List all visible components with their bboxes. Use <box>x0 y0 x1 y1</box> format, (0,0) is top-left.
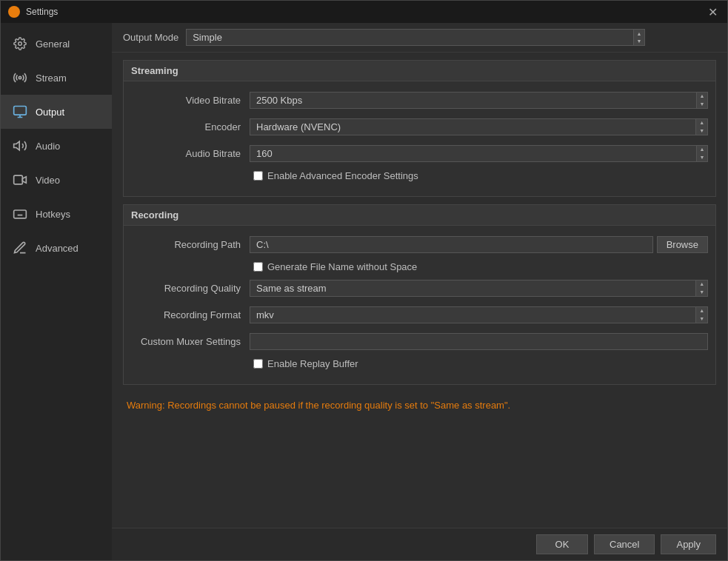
recording-quality-wrapper: Same as stream High Quality, Medium File… <box>250 280 708 297</box>
bottom-bar: OK Cancel Apply <box>112 528 727 560</box>
custom-muxer-row: Custom Muxer Settings <box>131 332 708 351</box>
app-icon <box>8 6 20 18</box>
audio-icon <box>12 138 28 154</box>
video-bitrate-label: Video Bitrate <box>131 95 250 106</box>
encoder-select-wrapper: Hardware (NVENC) Software (x264) ▲ ▼ <box>250 118 708 135</box>
svg-marker-3 <box>14 141 20 150</box>
custom-muxer-control <box>250 333 708 350</box>
audio-bitrate-up[interactable]: ▲ <box>697 146 707 154</box>
video-bitrate-control: ▲ ▼ <box>250 92 708 109</box>
audio-bitrate-down[interactable]: ▼ <box>697 153 707 161</box>
output-mode-down-arrow[interactable]: ▼ <box>634 38 645 46</box>
output-mode-arrows: ▲ ▼ <box>634 29 646 46</box>
video-bitrate-arrows: ▲ ▼ <box>696 92 708 109</box>
video-bitrate-spinbox: ▲ ▼ <box>250 92 708 109</box>
audio-bitrate-spinbox: ▲ ▼ <box>250 145 708 162</box>
sidebar-item-advanced[interactable]: Advanced <box>1 231 112 265</box>
video-icon <box>12 172 28 188</box>
titlebar: Settings ✕ <box>1 1 727 23</box>
svg-rect-6 <box>14 210 27 218</box>
recording-path-row: Recording Path Browse <box>131 235 708 254</box>
video-bitrate-up[interactable]: ▲ <box>697 93 707 101</box>
video-bitrate-down[interactable]: ▼ <box>697 100 707 108</box>
enable-replay-checkbox[interactable] <box>253 359 263 369</box>
generate-filename-row: Generate File Name without Space <box>131 261 708 272</box>
enable-replay-label[interactable]: Enable Replay Buffer <box>267 358 358 369</box>
streaming-body: Video Bitrate ▲ ▼ <box>124 81 715 196</box>
streaming-section: Streaming Video Bitrate ▲ ▼ <box>123 60 716 197</box>
audio-bitrate-label: Audio Bitrate <box>131 148 250 159</box>
sidebar-label-stream: Stream <box>36 73 67 84</box>
recording-format-wrapper: mkv mp4 flv mov ▲ ▼ <box>250 306 708 323</box>
sidebar-label-advanced: Advanced <box>36 243 79 254</box>
recording-format-select[interactable]: mkv mp4 flv mov <box>250 306 696 323</box>
sidebar-item-video[interactable]: Video <box>1 163 112 197</box>
encoder-down[interactable]: ▼ <box>696 127 707 135</box>
sidebar-item-general[interactable]: General <box>1 27 112 61</box>
encoder-control: Hardware (NVENC) Software (x264) ▲ ▼ <box>250 118 708 135</box>
settings-window: Settings ✕ General <box>0 0 728 561</box>
audio-bitrate-control: ▲ ▼ <box>250 145 708 162</box>
recording-format-row: Recording Format mkv mp4 flv mov <box>131 305 708 324</box>
enable-advanced-checkbox[interactable] <box>253 171 263 181</box>
video-bitrate-input[interactable] <box>250 92 696 109</box>
content-area: Output Mode Simple Advanced ▲ ▼ Streamin <box>112 23 727 560</box>
output-icon <box>12 104 28 120</box>
generate-filename-label[interactable]: Generate File Name without Space <box>267 261 417 272</box>
stream-icon <box>12 70 28 86</box>
sidebar-item-output[interactable]: Output <box>1 95 112 129</box>
svg-rect-4 <box>14 175 23 184</box>
sidebar-item-stream[interactable]: Stream <box>1 61 112 95</box>
svg-point-1 <box>19 76 21 78</box>
recording-header: Recording <box>124 205 715 226</box>
generate-filename-checkbox[interactable] <box>253 262 263 272</box>
output-mode-label: Output Mode <box>123 32 178 43</box>
recording-quality-control: Same as stream High Quality, Medium File… <box>250 280 708 297</box>
apply-button[interactable]: Apply <box>661 534 716 554</box>
recording-quality-up[interactable]: ▲ <box>696 280 707 289</box>
cancel-button[interactable]: Cancel <box>594 534 655 554</box>
recording-body: Recording Path Browse Generate File Name… <box>124 226 715 384</box>
close-button[interactable]: ✕ <box>705 4 720 19</box>
enable-replay-row: Enable Replay Buffer <box>131 358 708 369</box>
recording-path-input[interactable] <box>250 236 653 253</box>
hotkeys-icon <box>12 206 28 222</box>
sidebar: General Stream <box>1 23 112 560</box>
scrollable-content: Streaming Video Bitrate ▲ ▼ <box>112 53 727 528</box>
recording-format-down[interactable]: ▼ <box>696 315 707 323</box>
window-title: Settings <box>26 7 58 17</box>
advanced-icon <box>12 240 28 256</box>
encoder-up[interactable]: ▲ <box>696 119 707 127</box>
custom-muxer-input[interactable] <box>250 333 708 350</box>
recording-section: Recording Recording Path Browse <box>123 204 716 385</box>
recording-quality-arrows: ▲ ▼ <box>696 280 708 297</box>
ok-button[interactable]: OK <box>536 534 588 554</box>
recording-format-label: Recording Format <box>131 309 250 320</box>
sidebar-label-hotkeys: Hotkeys <box>36 209 70 220</box>
output-mode-up-arrow[interactable]: ▲ <box>634 30 645 38</box>
encoder-label: Encoder <box>131 121 250 132</box>
recording-quality-down[interactable]: ▼ <box>696 288 707 296</box>
encoder-select[interactable]: Hardware (NVENC) Software (x264) <box>250 118 696 135</box>
audio-bitrate-arrows: ▲ ▼ <box>696 145 708 162</box>
sidebar-label-video: Video <box>36 175 60 186</box>
sidebar-label-output: Output <box>36 107 64 118</box>
recording-format-up[interactable]: ▲ <box>696 307 707 315</box>
browse-button[interactable]: Browse <box>657 236 708 253</box>
enable-advanced-label[interactable]: Enable Advanced Encoder Settings <box>267 170 418 181</box>
output-mode-select[interactable]: Simple Advanced <box>186 29 633 46</box>
output-mode-select-wrapper: Simple Advanced ▲ ▼ <box>186 29 645 46</box>
video-bitrate-row: Video Bitrate ▲ ▼ <box>131 90 708 110</box>
titlebar-left: Settings <box>8 6 58 18</box>
audio-bitrate-row: Audio Bitrate ▲ ▼ <box>131 144 708 163</box>
svg-marker-5 <box>22 177 26 183</box>
recording-path-control: Browse <box>250 236 708 253</box>
sidebar-item-audio[interactable]: Audio <box>1 129 112 163</box>
recording-quality-select[interactable]: Same as stream High Quality, Medium File… <box>250 280 696 297</box>
recording-format-arrows: ▲ ▼ <box>696 306 708 323</box>
svg-rect-2 <box>14 107 27 115</box>
recording-path-label: Recording Path <box>131 239 250 250</box>
sidebar-label-general: General <box>36 38 70 50</box>
sidebar-item-hotkeys[interactable]: Hotkeys <box>1 197 112 231</box>
audio-bitrate-input[interactable] <box>250 145 696 162</box>
